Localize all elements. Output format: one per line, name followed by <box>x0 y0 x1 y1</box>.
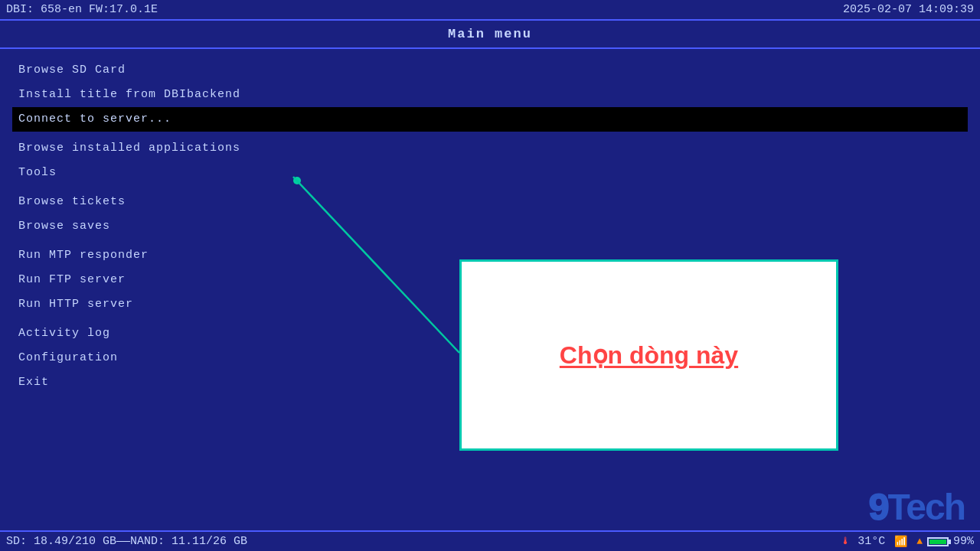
tooltip-box: Chọn dòng này <box>459 259 838 451</box>
arrow-dot <box>293 177 301 184</box>
top-status-bar: DBI: 658-en FW:17.0.1E 2025-02-07 14:09:… <box>0 0 980 21</box>
temp-icon: 🌡 <box>841 536 851 547</box>
main-title: Main menu <box>448 27 532 41</box>
main-content: Browse SD CardInstall title from DBIback… <box>0 49 980 404</box>
logo-nine: 9 <box>869 487 888 527</box>
menu-item-3[interactable]: Browse installed applications <box>12 136 968 161</box>
menu-item-4[interactable]: Tools <box>12 161 968 185</box>
datetime: 2025-02-07 14:09:39 <box>843 3 974 16</box>
title-bar: Main menu <box>0 21 980 49</box>
menu-item-0[interactable]: Browse SD Card <box>12 58 968 83</box>
logo-tech: Tech <box>888 487 965 527</box>
temperature: 🌡 31°C <box>841 535 885 548</box>
menu-item-1[interactable]: Install title from DBIbackend <box>12 83 968 107</box>
bottom-right-status: 🌡 31°C 📶 ▲ 99% <box>841 535 974 548</box>
dbi-info: DBI: 658-en FW:17.0.1E <box>6 3 158 16</box>
battery-alert-icon: ▲ <box>916 536 923 547</box>
wifi-icon: 📶 <box>894 535 907 548</box>
battery-percent: 99% <box>953 535 974 548</box>
battery-fill <box>929 540 946 544</box>
battery-indicator: ▲ <box>916 535 923 548</box>
bottom-status-bar: SD: 18.49/210 GB——NAND: 11.11/26 GB 🌡 31… <box>0 530 980 551</box>
logo-9tech: 9Tech <box>869 486 965 528</box>
tooltip-text: Chọn dòng này <box>560 341 738 370</box>
menu-item-5[interactable]: Browse tickets <box>12 190 968 214</box>
menu-item-6[interactable]: Browse saves <box>12 214 968 239</box>
menu-item-2[interactable]: Connect to server... <box>12 107 968 132</box>
storage-info: SD: 18.49/210 GB——NAND: 11.11/26 GB <box>6 535 247 548</box>
battery-bar <box>927 537 949 546</box>
status-icons: ▲ 99% <box>916 535 974 548</box>
